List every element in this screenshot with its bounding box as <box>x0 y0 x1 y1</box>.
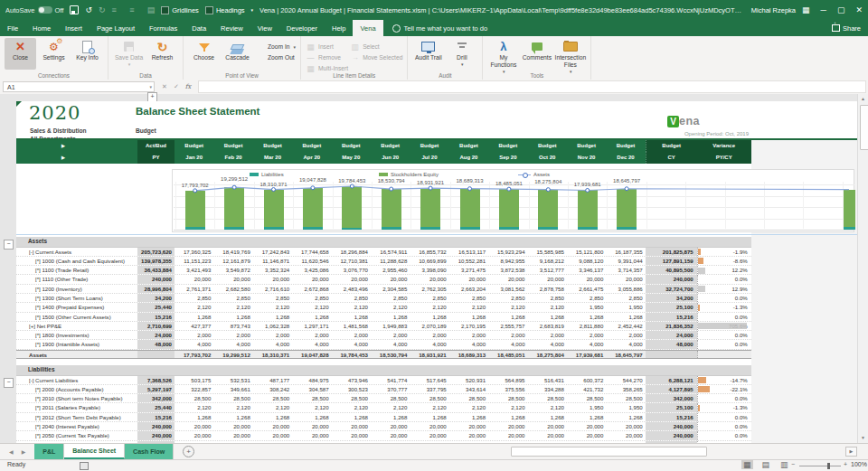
month-cell[interactable]: 2,555,757 <box>488 322 527 330</box>
month-cell[interactable]: 28,500 <box>332 394 371 402</box>
table-row[interactable]: [*] 1400 (Prepaid Expenses)25,4402,1202,… <box>16 303 751 312</box>
month-cell[interactable]: 2,452,442 <box>606 322 645 330</box>
month-cell[interactable]: 2,120 <box>332 303 371 311</box>
month-cell[interactable]: 2,120 <box>213 403 252 411</box>
tab-scroll-left-icon[interactable]: ◀ <box>9 448 14 455</box>
py-cell[interactable]: 34,200 <box>137 294 175 302</box>
table-row[interactable]: [*] 2011 (Salaries Payable)25,4402,1202,… <box>16 403 751 412</box>
month-cell[interactable]: 2,850 <box>332 294 371 302</box>
py-cell[interactable]: 36,433,884 <box>137 266 175 274</box>
row-label[interactable]: [*] 1000 (Cash and Cash Equivalent) <box>16 257 137 265</box>
variance-cell[interactable]: 705.6% <box>697 322 751 330</box>
variance-cell[interactable]: -1.3% <box>697 403 751 411</box>
month-cell[interactable]: 503,175 <box>175 376 213 384</box>
month-cell[interactable]: 20,000 <box>606 422 645 430</box>
tell-me-box[interactable]: Tell me what you want to do <box>383 20 497 36</box>
header-month-cell[interactable]: Mar 20 <box>253 152 292 164</box>
menu-tab-page-layout[interactable]: Page Layout <box>90 20 142 36</box>
variance-cell[interactable]: -1.9% <box>697 248 751 256</box>
month-cell[interactable]: 1,268 <box>488 313 527 321</box>
row-label[interactable]: [-] Current Assets <box>16 248 137 256</box>
variance-cell[interactable]: 0.0% <box>697 331 751 339</box>
month-cell[interactable]: 2,682,580 <box>213 285 252 293</box>
month-cell[interactable]: 20,000 <box>567 275 606 283</box>
month-cell[interactable]: 28,500 <box>213 394 252 402</box>
month-cell[interactable]: 18,485,051 <box>488 351 527 358</box>
undo-icon[interactable]: ↺ <box>85 6 92 14</box>
month-cell[interactable]: 2,120 <box>410 403 448 411</box>
cy-cell[interactable]: 25,100 <box>646 303 697 311</box>
month-cell[interactable]: 3,549,872 <box>213 266 252 274</box>
month-cell[interactable]: 322,857 <box>175 385 213 393</box>
cy-cell[interactable]: 240,000 <box>646 431 697 439</box>
outline-collapse-button[interactable]: − <box>4 240 14 250</box>
month-cell[interactable]: 2,663,204 <box>449 285 488 293</box>
month-cell[interactable]: 20,000 <box>175 422 213 430</box>
month-cell[interactable]: 18,689,313 <box>449 351 488 358</box>
month-cell[interactable]: 2,120 <box>449 303 488 311</box>
month-cell[interactable]: 20,000 <box>332 275 371 283</box>
month-cell[interactable]: 2,000 <box>606 331 645 339</box>
month-cell[interactable]: 1,297,171 <box>292 322 331 330</box>
month-cell[interactable]: 20,000 <box>410 431 448 439</box>
month-cell[interactable]: 2,000 <box>410 331 448 339</box>
month-cell[interactable]: 16,187,355 <box>606 248 645 256</box>
month-cell[interactable]: 20,000 <box>175 431 213 439</box>
header-month-cell[interactable]: Aug 20 <box>449 152 488 164</box>
month-cell[interactable]: 2,120 <box>292 303 331 311</box>
month-cell[interactable]: 4,000 <box>567 340 606 348</box>
header-month-cell[interactable]: Budget <box>332 140 371 152</box>
month-cell[interactable]: 873,743 <box>213 322 252 330</box>
header-month-cell[interactable]: Budget <box>606 140 645 152</box>
row-label[interactable]: [*] 2000 (Accounts Payable) <box>16 385 137 393</box>
month-cell[interactable]: 2,000 <box>292 331 331 339</box>
month-cell[interactable]: 343,614 <box>449 385 488 393</box>
month-cell[interactable]: 2,120 <box>488 303 527 311</box>
month-cell[interactable]: 516,431 <box>528 376 567 384</box>
month-cell[interactable]: 484,975 <box>292 376 331 384</box>
month-cell[interactable]: 28,500 <box>410 394 448 402</box>
header-month-cell[interactable]: Budget <box>292 140 331 152</box>
month-cell[interactable]: 28,500 <box>175 394 213 402</box>
month-cell[interactable]: 2,000 <box>488 331 527 339</box>
cy-cell[interactable]: 34,200 <box>646 294 697 302</box>
month-cell[interactable]: 2,850 <box>606 294 645 302</box>
zoom-out-button[interactable]: Zoom Out <box>255 52 296 62</box>
autosave-toggle[interactable]: AutoSave Off <box>5 6 63 14</box>
row-expand-icon[interactable]: ▶ <box>61 155 65 160</box>
table-row[interactable]: [+] Net PP&E2,710,699427,377873,7431,062… <box>16 322 751 331</box>
month-cell[interactable]: 1,481,568 <box>332 322 371 330</box>
cy-cell[interactable]: 40,895,500 <box>646 266 697 274</box>
month-cell[interactable]: 20,000 <box>292 422 331 430</box>
month-cell[interactable]: 18,419,769 <box>213 248 252 256</box>
month-cell[interactable]: 1,268 <box>292 313 331 321</box>
horizontal-scrollbar[interactable]: ▶ <box>506 447 857 456</box>
month-cell[interactable]: 2,120 <box>175 403 213 411</box>
month-cell[interactable]: 28,500 <box>371 394 410 402</box>
header-variance-cell[interactable]: PY/CY <box>697 152 751 164</box>
py-cell[interactable]: 240,000 <box>137 275 175 283</box>
month-cell[interactable]: 2,120 <box>175 303 213 311</box>
cy-cell[interactable]: 48,000 <box>646 340 697 348</box>
scroll-right-icon[interactable]: ▶ <box>845 447 857 457</box>
month-cell[interactable]: 349,661 <box>213 385 252 393</box>
table-row[interactable]: [*] 1500 (Other Current Assets)15,2161,2… <box>16 313 751 322</box>
py-cell[interactable]: 15,216 <box>137 413 175 421</box>
month-cell[interactable]: 3,076,770 <box>332 266 371 274</box>
month-cell[interactable]: 300,523 <box>332 385 371 393</box>
zoom-slider-thumb[interactable] <box>827 463 830 469</box>
month-cell[interactable]: 4,000 <box>292 340 331 348</box>
table-row[interactable]: [*] 2050 (Current Tax Payable)240,00020,… <box>16 431 751 440</box>
month-cell[interactable]: 4,000 <box>606 340 645 348</box>
month-cell[interactable]: 2,120 <box>253 303 292 311</box>
month-cell[interactable]: 20,000 <box>332 431 371 439</box>
macro-record-icon[interactable] <box>80 462 89 470</box>
month-cell[interactable]: 4,000 <box>371 340 410 348</box>
month-cell[interactable]: 20,000 <box>213 431 252 439</box>
table-row[interactable]: [*] 1000 (Cash and Cash Equivalent)139,9… <box>16 257 751 266</box>
month-cell[interactable]: 2,850 <box>175 294 213 302</box>
month-cell[interactable]: 2,850 <box>410 294 448 302</box>
month-cell[interactable]: 1,268 <box>292 413 331 421</box>
menu-tab-vena[interactable]: Vena <box>353 20 382 36</box>
month-cell[interactable]: 2,850 <box>488 294 527 302</box>
